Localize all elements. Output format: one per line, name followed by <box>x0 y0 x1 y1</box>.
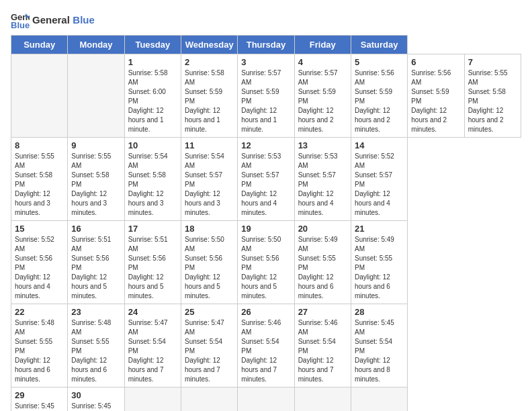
day-number: 3 <box>241 57 290 67</box>
day-number: 8 <box>15 140 64 150</box>
day-number: 1 <box>128 57 177 67</box>
day-info: Sunrise: 5:51 AM Sunset: 5:56 PM Dayligh… <box>71 235 120 301</box>
day-number: 27 <box>298 307 347 317</box>
day-info: Sunrise: 5:55 AM Sunset: 5:58 PM Dayligh… <box>71 152 120 218</box>
calendar-cell: 16 Sunrise: 5:51 AM Sunset: 5:56 PM Dayl… <box>68 221 124 304</box>
day-info: Sunrise: 5:58 AM Sunset: 5:59 PM Dayligh… <box>185 68 234 134</box>
day-number: 7 <box>468 57 517 67</box>
calendar-cell: 9 Sunrise: 5:55 AM Sunset: 5:58 PM Dayli… <box>68 138 124 221</box>
calendar-cell <box>238 387 294 412</box>
calendar-cell: 26 Sunrise: 5:46 AM Sunset: 5:54 PM Dayl… <box>238 304 294 387</box>
calendar-cell <box>11 54 68 138</box>
day-number: 12 <box>241 140 290 150</box>
day-info: Sunrise: 5:57 AM Sunset: 5:59 PM Dayligh… <box>241 68 290 134</box>
day-number: 24 <box>128 307 177 317</box>
calendar-cell: 20 Sunrise: 5:49 AM Sunset: 5:55 PM Dayl… <box>294 221 351 304</box>
day-info: Sunrise: 5:58 AM Sunset: 6:00 PM Dayligh… <box>128 68 177 134</box>
calendar-cell: 21 Sunrise: 5:49 AM Sunset: 5:55 PM Dayl… <box>351 221 407 304</box>
day-info: Sunrise: 5:49 AM Sunset: 5:55 PM Dayligh… <box>355 235 404 301</box>
calendar-cell <box>68 54 124 138</box>
day-info: Sunrise: 5:45 AM Sunset: 5:54 PM Dayligh… <box>355 318 404 384</box>
calendar-cell: 22 Sunrise: 5:48 AM Sunset: 5:55 PM Dayl… <box>11 304 68 387</box>
day-info: Sunrise: 5:52 AM Sunset: 5:57 PM Dayligh… <box>355 152 404 218</box>
calendar-cell: 7 Sunrise: 5:55 AM Sunset: 5:58 PM Dayli… <box>464 54 521 138</box>
logo: General Blue General Blue <box>11 11 95 30</box>
day-number: 23 <box>71 307 120 317</box>
calendar-table: SundayMondayTuesdayWednesdayThursdayFrid… <box>11 35 521 411</box>
day-number: 10 <box>128 140 177 150</box>
day-info: Sunrise: 5:56 AM Sunset: 5:59 PM Dayligh… <box>355 68 404 134</box>
day-info: Sunrise: 5:50 AM Sunset: 5:56 PM Dayligh… <box>241 235 290 301</box>
day-number: 11 <box>185 140 234 150</box>
calendar-cell: 10 Sunrise: 5:54 AM Sunset: 5:58 PM Dayl… <box>124 138 181 221</box>
weekday-header-saturday: Saturday <box>351 36 407 54</box>
day-number: 26 <box>241 307 290 317</box>
day-number: 5 <box>355 57 404 67</box>
day-number: 17 <box>128 224 177 234</box>
day-number: 28 <box>355 307 404 317</box>
header: General Blue General Blue <box>11 11 521 30</box>
day-info: Sunrise: 5:52 AM Sunset: 5:56 PM Dayligh… <box>15 235 64 301</box>
calendar-cell: 13 Sunrise: 5:53 AM Sunset: 5:57 PM Dayl… <box>294 138 351 221</box>
day-number: 2 <box>185 57 234 67</box>
day-info: Sunrise: 5:45 AM Sunset: 5:53 PM Dayligh… <box>71 402 120 411</box>
svg-text:Blue: Blue <box>11 20 30 30</box>
calendar-cell <box>351 387 407 412</box>
day-number: 14 <box>355 140 404 150</box>
day-info: Sunrise: 5:54 AM Sunset: 5:57 PM Dayligh… <box>185 152 234 218</box>
weekday-header-monday: Monday <box>68 36 124 54</box>
calendar-cell: 5 Sunrise: 5:56 AM Sunset: 5:59 PM Dayli… <box>351 54 407 138</box>
weekday-header-thursday: Thursday <box>238 36 294 54</box>
day-info: Sunrise: 5:48 AM Sunset: 5:55 PM Dayligh… <box>15 318 64 384</box>
day-info: Sunrise: 5:45 AM Sunset: 5:53 PM Dayligh… <box>15 402 64 411</box>
day-number: 30 <box>71 390 120 400</box>
calendar-cell: 12 Sunrise: 5:53 AM Sunset: 5:57 PM Dayl… <box>238 138 294 221</box>
day-number: 21 <box>355 224 404 234</box>
day-number: 19 <box>241 224 290 234</box>
day-info: Sunrise: 5:55 AM Sunset: 5:58 PM Dayligh… <box>15 152 64 218</box>
logo-icon: General Blue <box>11 11 30 30</box>
day-info: Sunrise: 5:46 AM Sunset: 5:54 PM Dayligh… <box>241 318 290 384</box>
day-info: Sunrise: 5:47 AM Sunset: 5:54 PM Dayligh… <box>128 318 177 384</box>
calendar-cell: 15 Sunrise: 5:52 AM Sunset: 5:56 PM Dayl… <box>11 221 68 304</box>
day-info: Sunrise: 5:54 AM Sunset: 5:58 PM Dayligh… <box>128 152 177 218</box>
day-number: 6 <box>411 57 460 67</box>
week-row-1: 1 Sunrise: 5:58 AM Sunset: 6:00 PM Dayli… <box>11 54 521 138</box>
day-info: Sunrise: 5:51 AM Sunset: 5:56 PM Dayligh… <box>128 235 177 301</box>
day-info: Sunrise: 5:48 AM Sunset: 5:55 PM Dayligh… <box>71 318 120 384</box>
day-number: 16 <box>71 224 120 234</box>
weekday-header-wednesday: Wednesday <box>181 36 237 54</box>
calendar-cell: 29 Sunrise: 5:45 AM Sunset: 5:53 PM Dayl… <box>11 387 68 412</box>
calendar-cell: 4 Sunrise: 5:57 AM Sunset: 5:59 PM Dayli… <box>294 54 351 138</box>
calendar-cell: 6 Sunrise: 5:56 AM Sunset: 5:59 PM Dayli… <box>408 54 464 138</box>
day-number: 4 <box>298 57 347 67</box>
day-info: Sunrise: 5:46 AM Sunset: 5:54 PM Dayligh… <box>298 318 347 384</box>
weekday-header-sunday: Sunday <box>11 36 68 54</box>
calendar-cell: 1 Sunrise: 5:58 AM Sunset: 6:00 PM Dayli… <box>124 54 181 138</box>
day-info: Sunrise: 5:55 AM Sunset: 5:58 PM Dayligh… <box>468 68 517 134</box>
week-row-5: 29 Sunrise: 5:45 AM Sunset: 5:53 PM Dayl… <box>11 387 521 412</box>
day-info: Sunrise: 5:49 AM Sunset: 5:55 PM Dayligh… <box>298 235 347 301</box>
calendar-cell: 11 Sunrise: 5:54 AM Sunset: 5:57 PM Dayl… <box>181 138 237 221</box>
day-info: Sunrise: 5:53 AM Sunset: 5:57 PM Dayligh… <box>241 152 290 218</box>
calendar-cell: 27 Sunrise: 5:46 AM Sunset: 5:54 PM Dayl… <box>294 304 351 387</box>
weekday-header-tuesday: Tuesday <box>124 36 181 54</box>
day-number: 22 <box>15 307 64 317</box>
calendar-cell: 18 Sunrise: 5:50 AM Sunset: 5:56 PM Dayl… <box>181 221 237 304</box>
week-row-4: 22 Sunrise: 5:48 AM Sunset: 5:55 PM Dayl… <box>11 304 521 387</box>
logo-text: General Blue <box>32 14 95 26</box>
calendar-cell: 2 Sunrise: 5:58 AM Sunset: 5:59 PM Dayli… <box>181 54 237 138</box>
day-number: 15 <box>15 224 64 234</box>
calendar-cell: 3 Sunrise: 5:57 AM Sunset: 5:59 PM Dayli… <box>238 54 294 138</box>
day-number: 25 <box>185 307 234 317</box>
day-number: 29 <box>15 390 64 400</box>
week-row-2: 8 Sunrise: 5:55 AM Sunset: 5:58 PM Dayli… <box>11 138 521 221</box>
calendar-cell: 19 Sunrise: 5:50 AM Sunset: 5:56 PM Dayl… <box>238 221 294 304</box>
day-info: Sunrise: 5:56 AM Sunset: 5:59 PM Dayligh… <box>411 68 460 134</box>
calendar-cell: 23 Sunrise: 5:48 AM Sunset: 5:55 PM Dayl… <box>68 304 124 387</box>
day-info: Sunrise: 5:53 AM Sunset: 5:57 PM Dayligh… <box>298 152 347 218</box>
day-info: Sunrise: 5:50 AM Sunset: 5:56 PM Dayligh… <box>185 235 234 301</box>
day-info: Sunrise: 5:57 AM Sunset: 5:59 PM Dayligh… <box>298 68 347 134</box>
weekday-header-friday: Friday <box>294 36 351 54</box>
day-number: 13 <box>298 140 347 150</box>
